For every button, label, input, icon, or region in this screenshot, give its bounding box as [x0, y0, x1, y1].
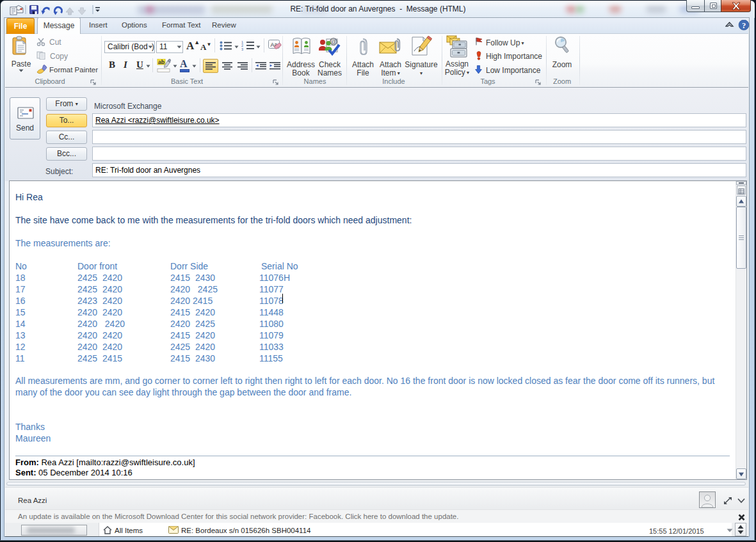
svg-text:?: ?: [742, 21, 746, 30]
svg-text:@: @: [331, 38, 337, 45]
svg-text:ab: ab: [158, 59, 165, 65]
svg-text:3: 3: [241, 47, 243, 51]
